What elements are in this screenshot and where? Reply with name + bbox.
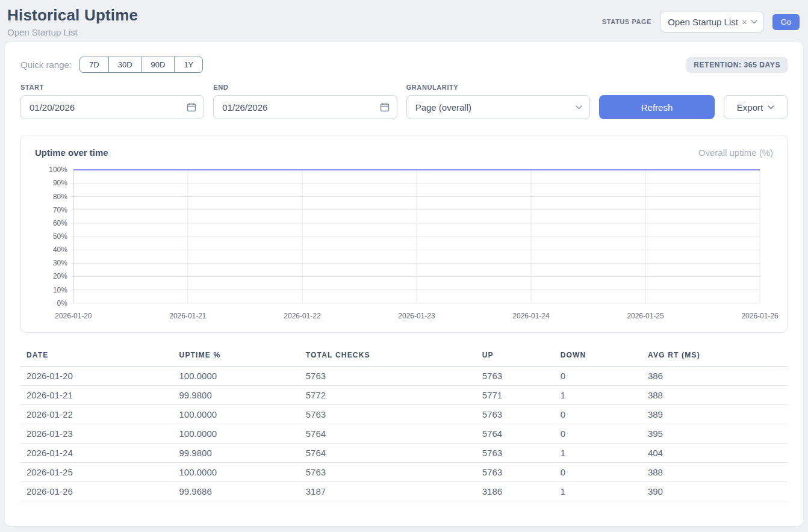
table-cell: 100.0000 — [173, 463, 300, 482]
chart-legend: Overall uptime (%) — [698, 147, 773, 158]
table-cell: 5763 — [300, 405, 476, 424]
uptime-table-body: 2026-01-20100.00005763576303862026-01-21… — [20, 367, 788, 501]
clear-icon[interactable]: × — [742, 17, 747, 27]
end-date-field: END 01/26/2026 — [213, 84, 397, 119]
table-cell: 2026-01-26 — [20, 482, 173, 501]
table-cell: 0 — [555, 424, 642, 444]
uptime-table: DATE UPTIME % TOTAL CHECKS UP DOWN AVG R… — [20, 347, 788, 501]
table-cell: 5763 — [476, 367, 555, 386]
table-cell: 100.0000 — [173, 367, 300, 386]
column-header-date: DATE — [20, 347, 173, 367]
table-cell: 3187 — [300, 482, 476, 501]
table-cell: 0 — [555, 463, 642, 482]
quick-range-1y-button[interactable]: 1Y — [174, 57, 203, 73]
table-cell: 5764 — [300, 424, 476, 444]
table-cell: 404 — [642, 444, 788, 463]
chevron-down-icon — [751, 20, 757, 24]
chart-title: Uptime over time — [35, 147, 108, 158]
svg-text:70%: 70% — [53, 206, 67, 214]
svg-text:30%: 30% — [53, 259, 67, 267]
svg-text:0%: 0% — [57, 299, 68, 308]
table-cell: 0 — [555, 405, 642, 424]
table-cell: 2026-01-21 — [20, 386, 173, 405]
export-label: Export — [737, 102, 763, 113]
svg-text:20%: 20% — [53, 273, 67, 281]
filters-panel: Quick range: 7D 30D 90D 1Y RETENTION: 36… — [5, 42, 803, 526]
status-page-select[interactable]: Open Startup List × — [660, 11, 764, 32]
table-cell: 388 — [642, 386, 788, 405]
table-cell: 1 — [555, 482, 642, 501]
table-row: 2026-01-2199.9800577257711388 — [20, 386, 788, 405]
svg-text:10%: 10% — [53, 286, 67, 294]
page-title: Historical Uptime — [7, 6, 138, 25]
table-row: 2026-01-2699.9686318731861390 — [20, 482, 788, 501]
svg-text:40%: 40% — [53, 246, 67, 254]
quick-range-group: 7D 30D 90D 1Y — [79, 57, 203, 73]
refresh-button[interactable]: Refresh — [599, 95, 715, 119]
start-label: START — [20, 84, 204, 91]
table-cell: 99.9800 — [173, 444, 300, 463]
quick-range-7d-button[interactable]: 7D — [79, 57, 109, 73]
table-cell: 1 — [555, 444, 642, 463]
filter-row: START 01/20/2026 END 01/26/2026 GRANULAR… — [20, 84, 788, 119]
start-date-field: START 01/20/2026 — [20, 84, 204, 119]
retention-badge: RETENTION: 365 DAYS — [686, 57, 788, 73]
table-cell: 3186 — [476, 482, 555, 501]
status-page-label: STATUS PAGE — [602, 18, 651, 25]
table-cell: 1 — [555, 386, 642, 405]
granularity-label: GRANULARITY — [406, 84, 590, 91]
table-cell: 389 — [642, 405, 788, 424]
uptime-chart: 0%10%20%30%40%50%60%70%80%90%100%2026-01… — [35, 165, 773, 324]
column-header-down: DOWN — [555, 347, 642, 367]
end-date-value: 01/26/2026 — [222, 102, 379, 113]
svg-text:2026-01-24: 2026-01-24 — [512, 312, 550, 320]
svg-text:60%: 60% — [53, 219, 67, 227]
title-block: Historical Uptime Open Startup List — [7, 6, 138, 37]
svg-text:2026-01-26: 2026-01-26 — [741, 312, 778, 320]
table-row: 2026-01-2499.9800576457631404 — [20, 444, 788, 463]
table-cell: 5763 — [300, 367, 476, 386]
quick-range-90d-button[interactable]: 90D — [141, 57, 175, 73]
table-cell: 5763 — [300, 463, 476, 482]
calendar-icon[interactable] — [187, 102, 196, 112]
status-page-value: Open Startup List — [668, 17, 738, 27]
table-cell: 386 — [642, 367, 788, 386]
table-row: 2026-01-25100.0000576357630388 — [20, 463, 788, 482]
svg-text:80%: 80% — [53, 193, 67, 201]
granularity-field: GRANULARITY Page (overall) — [406, 84, 590, 119]
table-cell: 99.9686 — [173, 482, 300, 501]
table-cell: 0 — [555, 367, 642, 386]
start-date-value: 01/20/2026 — [30, 102, 187, 113]
table-cell: 5763 — [476, 405, 555, 424]
table-cell: 395 — [642, 424, 788, 444]
table-row: 2026-01-20100.0000576357630386 — [20, 367, 788, 386]
go-button[interactable]: Go — [772, 14, 800, 30]
svg-text:2026-01-25: 2026-01-25 — [627, 312, 664, 320]
granularity-value: Page (overall) — [415, 102, 576, 113]
calendar-icon[interactable] — [380, 102, 390, 112]
table-cell: 99.9800 — [173, 386, 300, 405]
table-cell: 2026-01-25 — [20, 463, 173, 482]
export-button[interactable]: Export — [724, 95, 788, 119]
svg-text:2026-01-22: 2026-01-22 — [284, 312, 321, 320]
table-header-row: DATE UPTIME % TOTAL CHECKS UP DOWN AVG R… — [20, 347, 788, 367]
end-date-input[interactable]: 01/26/2026 — [213, 95, 397, 119]
column-header-uptime: UPTIME % — [173, 347, 300, 367]
quick-range-label: Quick range: — [20, 60, 72, 70]
table-cell: 100.0000 — [173, 424, 300, 444]
header-controls: STATUS PAGE Open Startup List × Go — [602, 11, 800, 32]
table-cell: 2026-01-22 — [20, 405, 173, 424]
table-row: 2026-01-23100.0000576457640395 — [20, 424, 788, 444]
table-cell: 5771 — [476, 386, 555, 405]
table-cell: 388 — [642, 463, 788, 482]
column-header-avg-rt: AVG RT (MS) — [642, 347, 788, 367]
chevron-down-icon — [768, 105, 774, 110]
quick-range-30d-button[interactable]: 30D — [108, 57, 142, 73]
table-cell: 2026-01-24 — [20, 444, 173, 463]
granularity-select[interactable]: Page (overall) — [406, 95, 590, 119]
chevron-down-icon — [576, 105, 582, 110]
table-cell: 2026-01-23 — [20, 424, 173, 444]
start-date-input[interactable]: 01/20/2026 — [20, 95, 204, 119]
page-subtitle: Open Startup List — [7, 27, 138, 37]
column-header-up: UP — [476, 347, 555, 367]
